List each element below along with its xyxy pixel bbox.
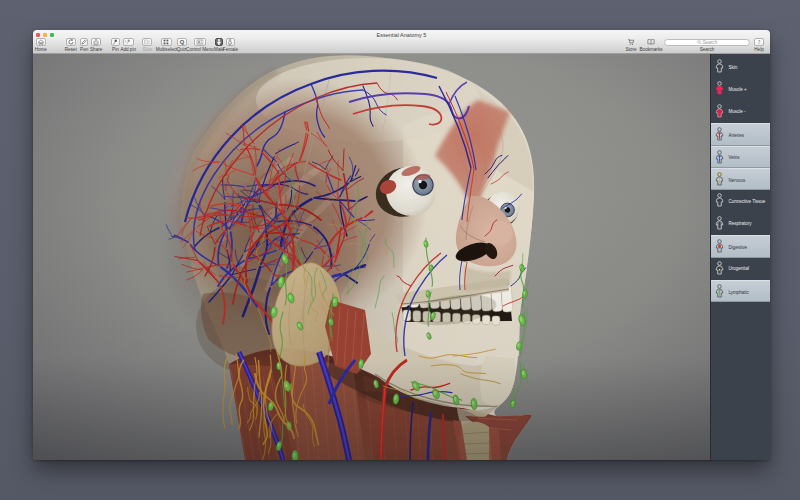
svg-text:?: ?	[758, 39, 761, 45]
svg-text:Q: Q	[179, 39, 184, 45]
